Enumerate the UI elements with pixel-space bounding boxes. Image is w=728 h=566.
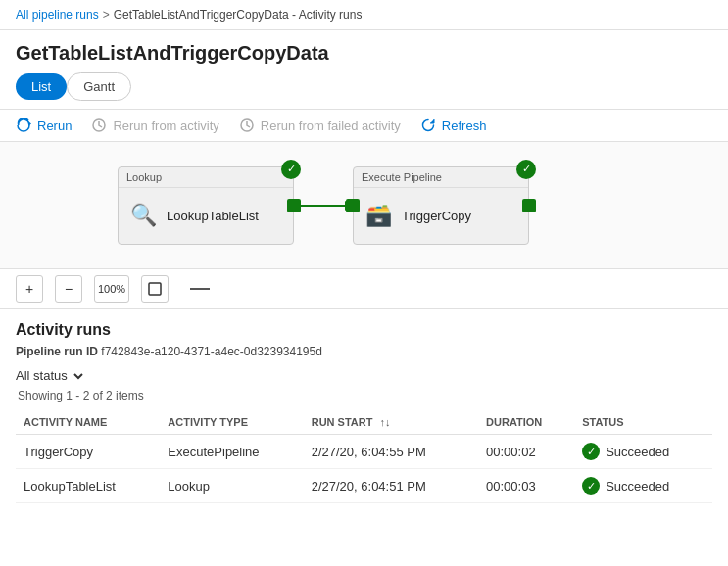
filter-row: All status bbox=[16, 368, 712, 383]
node-execute-body: 🗃️ TriggerCopy bbox=[354, 188, 528, 244]
rerun-from-failed-button[interactable]: Rerun from failed activity bbox=[239, 118, 401, 133]
rerun-from-activity-icon bbox=[91, 118, 107, 133]
activity-name-cell-0: TriggerCopy bbox=[16, 435, 160, 469]
duration-cell-1: 00:00:03 bbox=[478, 469, 574, 503]
status-filter-dropdown[interactable]: All status bbox=[16, 368, 85, 383]
tab-gantt[interactable]: Gantt bbox=[67, 72, 131, 101]
lookup-success-check: ✓ bbox=[281, 160, 301, 179]
activity-type-cell-1: Lookup bbox=[160, 469, 303, 503]
activity-name-cell-1: LookupTableList bbox=[16, 469, 160, 503]
table-row: TriggerCopy ExecutePipeline 2/27/20, 6:0… bbox=[16, 435, 712, 469]
status-cell-1: ✓ Succeeded bbox=[574, 469, 712, 503]
run-start-cell-1: 2/27/20, 6:04:51 PM bbox=[304, 469, 478, 503]
refresh-icon bbox=[420, 118, 436, 133]
activity-type-cell-0: ExecutePipeline bbox=[160, 435, 303, 469]
showing-text: Showing 1 - 2 of 2 items bbox=[16, 389, 712, 402]
refresh-button[interactable]: Refresh bbox=[420, 118, 487, 133]
zoom-out-button[interactable]: − bbox=[55, 275, 82, 303]
refresh-label: Refresh bbox=[442, 118, 487, 133]
table-body: TriggerCopy ExecutePipeline 2/27/20, 6:0… bbox=[16, 435, 712, 503]
breadcrumb-current-page: GetTableListAndTriggerCopyData - Activit… bbox=[114, 8, 363, 22]
sort-icon[interactable]: ↑↓ bbox=[380, 416, 391, 428]
chevron-down-icon bbox=[72, 369, 85, 383]
lookup-icon: 🔍 bbox=[130, 203, 157, 228]
rerun-from-activity-button[interactable]: Rerun from activity bbox=[91, 118, 218, 133]
status-check-0: ✓ bbox=[582, 443, 600, 460]
col-header-activity-type: ACTIVITY TYPE bbox=[160, 410, 303, 435]
table-row: LookupTableList Lookup 2/27/20, 6:04:51 … bbox=[16, 469, 712, 503]
node-execute-header: Execute Pipeline bbox=[354, 167, 528, 188]
rerun-button[interactable]: Rerun bbox=[16, 118, 72, 133]
col-header-activity-name: ACTIVITY NAME bbox=[16, 410, 160, 435]
pipeline-node-lookup[interactable]: Lookup 🔍 LookupTableList ✓ bbox=[118, 166, 294, 245]
tab-list[interactable]: List bbox=[16, 73, 67, 100]
status-label-0: Succeeded bbox=[606, 445, 669, 459]
frame-button[interactable] bbox=[141, 275, 169, 303]
node-lookup-body: 🔍 LookupTableList bbox=[119, 188, 293, 244]
status-check-1: ✓ bbox=[582, 477, 600, 495]
rerun-icon bbox=[16, 118, 31, 133]
col-header-duration: DURATION bbox=[478, 410, 574, 435]
rerun-from-activity-label: Rerun from activity bbox=[113, 118, 218, 133]
execute-port-right bbox=[522, 199, 536, 212]
execute-label: TriggerCopy bbox=[402, 209, 471, 223]
filter-label: All status bbox=[16, 368, 68, 383]
canvas-controls: + − 100% bbox=[0, 269, 728, 309]
frame-icon bbox=[148, 282, 162, 296]
pipeline-connector bbox=[294, 201, 353, 211]
breadcrumb-all-pipeline-runs[interactable]: All pipeline runs bbox=[16, 8, 99, 22]
status-label-1: Succeeded bbox=[606, 479, 669, 494]
table-header: ACTIVITY NAME ACTIVITY TYPE RUN START ↑↓… bbox=[16, 410, 712, 435]
execute-icon: 🗃️ bbox=[365, 203, 392, 228]
lookup-label: LookupTableList bbox=[167, 209, 259, 223]
pipeline-run-id-value-text: f742843e-a120-4371-a4ec-0d323934195d bbox=[101, 345, 322, 358]
node-lookup-header: Lookup bbox=[119, 167, 293, 188]
page-title: GetTableListAndTriggerCopyData bbox=[0, 30, 728, 72]
pipeline-run-id-row: Pipeline run ID f742843e-a120-4371-a4ec-… bbox=[16, 345, 712, 358]
rerun-from-failed-label: Rerun from failed activity bbox=[261, 118, 401, 133]
status-cell-0: ✓ Succeeded bbox=[574, 435, 712, 469]
svg-rect-2 bbox=[149, 283, 161, 295]
fit-button[interactable]: 100% bbox=[94, 275, 129, 303]
tab-bar: List Gantt bbox=[0, 72, 728, 101]
activity-runs-table: ACTIVITY NAME ACTIVITY TYPE RUN START ↑↓… bbox=[16, 410, 712, 503]
activity-runs-section: Activity runs Pipeline run ID f742843e-a… bbox=[0, 309, 728, 515]
pipeline-node-execute[interactable]: Execute Pipeline 🗃️ TriggerCopy ✓ bbox=[353, 166, 529, 245]
breadcrumb-separator: > bbox=[103, 8, 110, 22]
col-header-status: STATUS bbox=[574, 410, 712, 435]
run-start-cell-0: 2/27/20, 6:04:55 PM bbox=[304, 435, 478, 469]
connector-line bbox=[294, 205, 345, 207]
toolbar: Rerun Rerun from activity Rerun from fai… bbox=[0, 109, 728, 142]
zoom-in-button[interactable]: + bbox=[16, 275, 43, 303]
pipeline-run-id-label: Pipeline run ID bbox=[16, 345, 98, 358]
rerun-label: Rerun bbox=[37, 118, 72, 133]
duration-cell-0: 00:00:02 bbox=[478, 435, 574, 469]
execute-port-left bbox=[346, 199, 360, 212]
col-header-run-start: RUN START ↑↓ bbox=[304, 410, 478, 435]
execute-success-check: ✓ bbox=[516, 160, 536, 179]
activity-runs-title: Activity runs bbox=[16, 321, 712, 339]
canvas-separator bbox=[190, 288, 210, 290]
rerun-from-failed-icon bbox=[239, 118, 255, 133]
pipeline-canvas: Lookup 🔍 LookupTableList ✓ Execute Pipel… bbox=[0, 142, 728, 269]
breadcrumb: All pipeline runs > GetTableListAndTrigg… bbox=[0, 0, 728, 30]
